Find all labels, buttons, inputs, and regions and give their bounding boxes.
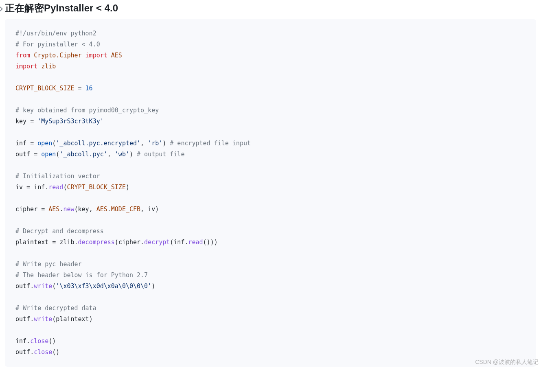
code-block: #!/usr/bin/env python2 # For pyinstaller…: [5, 19, 536, 367]
code-content: #!/usr/bin/env python2 # For pyinstaller…: [15, 28, 526, 358]
heading-text: 正在解密PyInstaller < 4.0: [5, 2, 118, 14]
chevron-right-icon: [0, 6, 4, 12]
section-heading: 正在解密PyInstaller < 4.0: [0, 0, 541, 19]
